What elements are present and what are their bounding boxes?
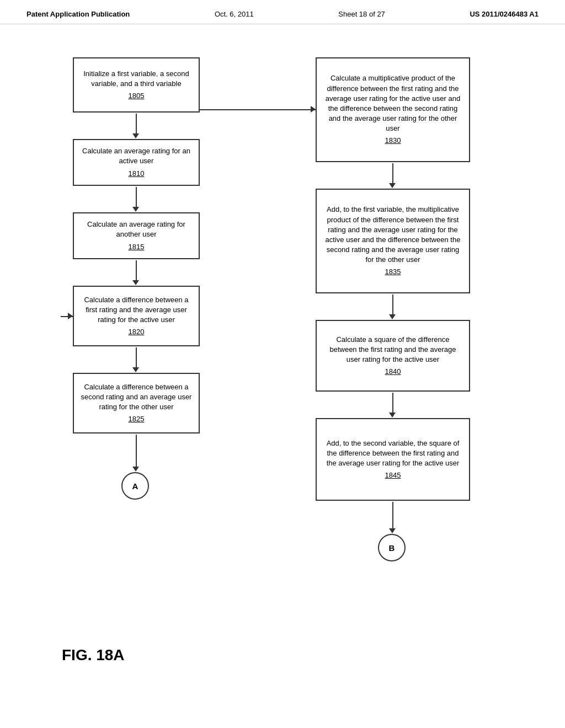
box-1815: Calculate an average rating for another …	[73, 212, 200, 259]
arrowhead-1810-1815	[132, 207, 139, 212]
box-1845-label: 1845	[385, 470, 401, 480]
box-1810-text: Calculate an average rating for an activ…	[79, 146, 193, 166]
box-1805: Initialize a first variable, a second va…	[73, 57, 200, 113]
box-1840: Calculate a square of the difference bet…	[316, 320, 470, 392]
arrowhead-1805-1810	[132, 133, 139, 138]
box-1840-label: 1840	[385, 367, 401, 377]
box-1830-text: Calculate a multiplicative product of th…	[322, 73, 463, 133]
box-1830-label: 1830	[385, 136, 401, 146]
box-1820: Calculate a difference between a first r…	[73, 286, 200, 346]
diagram-area: Initialize a first variable, a second va…	[45, 41, 520, 675]
box-1810-label: 1810	[129, 169, 145, 179]
box-1835-label: 1835	[385, 267, 401, 277]
arrowhead-1825-circleA	[132, 467, 139, 472]
page-content: Initialize a first variable, a second va…	[0, 24, 565, 692]
header-sheet: Sheet 18 of 27	[338, 10, 385, 18]
arrow-1820-1825	[136, 347, 137, 368]
box-1825: Calculate a difference between a second …	[73, 373, 200, 433]
box-1845-text: Add, to the second variable, the square …	[322, 438, 463, 469]
box-1815-label: 1815	[129, 242, 145, 252]
arrow-1830-1835	[392, 163, 393, 184]
box-1835-text: Add, to the first variable, the multipli…	[322, 205, 463, 265]
arrow-1805-1810	[136, 114, 137, 135]
circle-B: B	[378, 534, 406, 561]
arrow-left-to-1830-h	[200, 109, 316, 110]
arrow-1825-circleA	[136, 435, 137, 468]
arrowhead-1830-1835	[389, 183, 396, 188]
arrowhead-1845-circleB	[389, 528, 396, 533]
circle-A: A	[121, 472, 149, 500]
arrowhead-1820-1825	[132, 367, 139, 372]
box-1830: Calculate a multiplicative product of th…	[316, 57, 470, 162]
header-date: Oct. 6, 2011	[215, 10, 254, 18]
arrow-1835-1840	[392, 295, 393, 315]
box-1805-text: Initialize a first variable, a second va…	[79, 69, 193, 89]
box-1835: Add, to the first variable, the multipli…	[316, 189, 470, 293]
arrowhead-to-1830	[311, 106, 316, 113]
figure-label: FIG. 18A	[62, 646, 125, 664]
arrowhead-entry-left	[68, 313, 73, 319]
header-patent: US 2011/0246483 A1	[470, 10, 539, 18]
arrowhead-1815-1820	[132, 280, 139, 285]
box-1815-text: Calculate an average rating for another …	[79, 220, 193, 239]
arrow-1840-1845	[392, 393, 393, 414]
arrowhead-1840-1845	[389, 413, 396, 417]
page-header: Patent Application Publication Oct. 6, 2…	[0, 0, 565, 24]
box-1820-label: 1820	[129, 327, 145, 337]
box-1820-text: Calculate a difference between a first r…	[79, 295, 193, 325]
box-1845: Add, to the second variable, the square …	[316, 418, 470, 501]
header-publication-label: Patent Application Publication	[26, 10, 130, 18]
arrow-1845-circleB	[392, 502, 393, 529]
arrow-1815-1820	[136, 260, 137, 281]
arrowhead-1835-1840	[389, 314, 396, 319]
box-1810: Calculate an average rating for an activ…	[73, 139, 200, 186]
arrow-1810-1815	[136, 187, 137, 208]
box-1825-label: 1825	[129, 414, 145, 424]
box-1825-text: Calculate a difference between a second …	[79, 382, 193, 413]
box-1805-label: 1805	[129, 91, 145, 101]
box-1840-text: Calculate a square of the difference bet…	[322, 335, 463, 365]
